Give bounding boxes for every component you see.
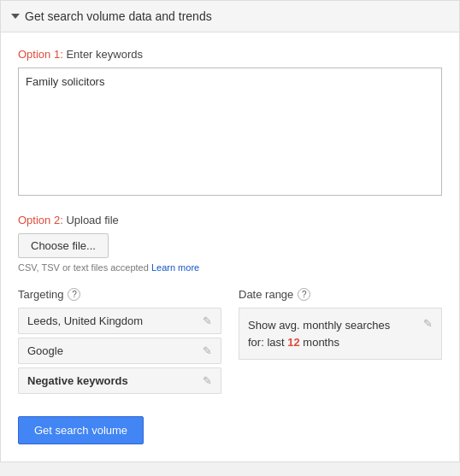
get-search-volume-button[interactable]: Get search volume xyxy=(18,416,144,444)
date-range-help-icon[interactable]: ? xyxy=(298,288,310,301)
targeting-section: Targeting ? Leeds, United Kingdom ✎ Goog… xyxy=(18,288,221,397)
option2-label: Option 2: Upload file xyxy=(18,214,442,226)
keyword-textarea[interactable]: Family solicitors xyxy=(18,68,442,196)
targeting-location-edit-icon[interactable]: ✎ xyxy=(203,314,212,327)
choose-file-button[interactable]: Choose file... xyxy=(18,233,109,258)
targeting-network-text: Google xyxy=(27,344,63,357)
collapse-icon[interactable] xyxy=(11,14,20,19)
targeting-item-network[interactable]: Google ✎ xyxy=(18,338,221,364)
learn-more-link[interactable]: Learn more xyxy=(151,262,199,273)
targeting-label: Targeting ? xyxy=(18,288,221,301)
targeting-network-edit-icon[interactable]: ✎ xyxy=(203,344,212,357)
header-bar: Get search volume data and trends xyxy=(1,1,459,32)
date-range-edit-icon[interactable]: ✎ xyxy=(423,317,433,330)
targeting-negative-text: Negative keywords xyxy=(27,374,128,387)
header-title: Get search volume data and trends xyxy=(25,9,212,23)
date-range-text: Show avg. monthly searches for: last 12 … xyxy=(248,317,390,350)
two-col-section: Targeting ? Leeds, United Kingdom ✎ Goog… xyxy=(18,288,442,397)
date-range-box[interactable]: Show avg. monthly searches for: last 12 … xyxy=(239,308,442,360)
content-area: Option 1: Enter keywords Family solicito… xyxy=(1,32,459,461)
targeting-item-negative[interactable]: Negative keywords ✎ xyxy=(18,367,221,394)
option1-label: Option 1: Enter keywords xyxy=(18,48,442,61)
targeting-negative-edit-icon[interactable]: ✎ xyxy=(203,374,212,387)
targeting-item-location[interactable]: Leeds, United Kingdom ✎ xyxy=(18,308,221,334)
date-range-section: Date range ? Show avg. monthly searches … xyxy=(239,288,442,397)
main-container: Get search volume data and trends Option… xyxy=(0,0,460,462)
targeting-help-icon[interactable]: ? xyxy=(68,288,80,301)
date-range-label: Date range ? xyxy=(239,288,442,301)
file-hint: CSV, TSV or text files accepted Learn mo… xyxy=(18,262,442,273)
targeting-location-text: Leeds, United Kingdom xyxy=(27,314,143,327)
